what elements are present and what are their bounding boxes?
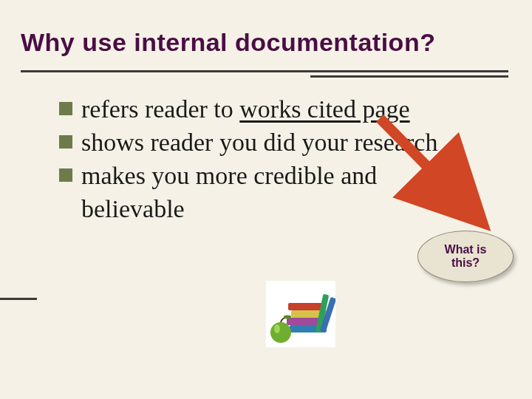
- square-bullet-icon: [59, 168, 72, 182]
- svg-point-7: [270, 322, 291, 343]
- callout-text: What is this?: [445, 243, 487, 270]
- list-item: refers reader to works cited page: [59, 93, 473, 126]
- callout-oval: What is this?: [417, 231, 514, 282]
- title-rule: [21, 70, 508, 72]
- list-text: shows reader you did your research: [81, 129, 437, 156]
- slide: Why use internal documentation? refers r…: [0, 0, 532, 399]
- svg-point-9: [284, 316, 291, 319]
- title-rule-secondary: [310, 75, 508, 78]
- list-text-underlined: works cited page: [239, 95, 409, 123]
- list-item: shows reader you did your research: [59, 126, 473, 160]
- square-bullet-icon: [59, 135, 72, 149]
- list-text: makes you more credible and believable: [81, 162, 377, 222]
- square-bullet-icon: [59, 102, 72, 115]
- body-text: refers reader to works cited page shows …: [59, 93, 473, 226]
- list-text: refers reader to: [81, 95, 239, 123]
- side-rule: [0, 298, 37, 300]
- svg-rect-4: [288, 303, 325, 310]
- slide-title: Why use internal documentation?: [21, 28, 435, 57]
- svg-point-8: [274, 324, 280, 333]
- books-apple-icon: [266, 281, 335, 347]
- list-item: makes you more credible and believable: [59, 160, 473, 226]
